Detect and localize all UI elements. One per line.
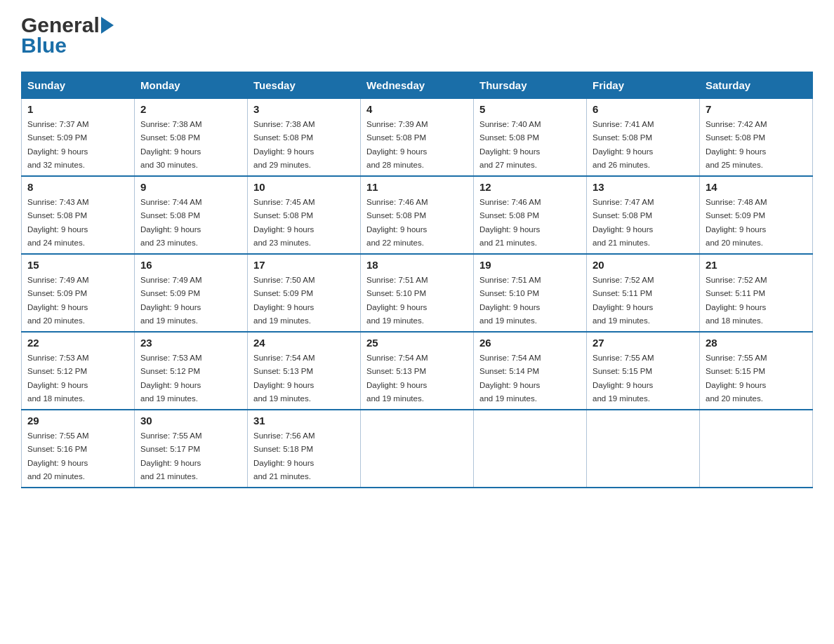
calendar-cell: 14Sunrise: 7:48 AMSunset: 5:09 PMDayligh… — [700, 176, 813, 254]
day-number: 8 — [27, 181, 128, 193]
day-info: Sunrise: 7:44 AMSunset: 5:08 PMDaylight:… — [140, 198, 202, 247]
day-number: 18 — [366, 259, 468, 271]
calendar-cell: 24Sunrise: 7:54 AMSunset: 5:13 PMDayligh… — [248, 332, 361, 410]
day-number: 2 — [140, 103, 241, 115]
header-sunday: Sunday — [22, 72, 135, 99]
day-number: 7 — [706, 103, 807, 115]
day-number: 26 — [479, 337, 581, 349]
day-number: 5 — [479, 103, 581, 115]
page-header: General Blue — [21, 14, 813, 58]
calendar-cell — [474, 410, 587, 488]
day-info: Sunrise: 7:55 AMSunset: 5:17 PMDaylight:… — [140, 431, 202, 481]
svg-marker-0 — [101, 17, 114, 34]
calendar-week-row: 1Sunrise: 7:37 AMSunset: 5:09 PMDaylight… — [22, 99, 813, 177]
day-info: Sunrise: 7:38 AMSunset: 5:08 PMDaylight:… — [140, 120, 202, 169]
calendar-cell: 12Sunrise: 7:46 AMSunset: 5:08 PMDayligh… — [474, 176, 587, 254]
calendar-cell: 16Sunrise: 7:49 AMSunset: 5:09 PMDayligh… — [135, 254, 248, 332]
day-number: 17 — [253, 259, 355, 271]
calendar-cell: 7Sunrise: 7:42 AMSunset: 5:08 PMDaylight… — [700, 99, 813, 177]
calendar-week-row: 22Sunrise: 7:53 AMSunset: 5:12 PMDayligh… — [22, 332, 813, 410]
logo-icon — [101, 14, 117, 36]
day-number: 10 — [253, 181, 355, 193]
day-info: Sunrise: 7:55 AMSunset: 5:15 PMDaylight:… — [593, 354, 654, 403]
day-info: Sunrise: 7:55 AMSunset: 5:15 PMDaylight:… — [706, 354, 767, 403]
calendar-cell — [587, 410, 700, 488]
day-info: Sunrise: 7:54 AMSunset: 5:14 PMDaylight:… — [479, 354, 541, 403]
day-number: 15 — [27, 259, 128, 271]
calendar-cell: 4Sunrise: 7:39 AMSunset: 5:08 PMDaylight… — [361, 99, 474, 177]
calendar-cell: 17Sunrise: 7:50 AMSunset: 5:09 PMDayligh… — [248, 254, 361, 332]
calendar-cell: 21Sunrise: 7:52 AMSunset: 5:11 PMDayligh… — [700, 254, 813, 332]
day-info: Sunrise: 7:52 AMSunset: 5:11 PMDaylight:… — [706, 276, 767, 325]
day-info: Sunrise: 7:43 AMSunset: 5:08 PMDaylight:… — [27, 198, 89, 247]
day-info: Sunrise: 7:49 AMSunset: 5:09 PMDaylight:… — [140, 276, 202, 325]
calendar-cell: 26Sunrise: 7:54 AMSunset: 5:14 PMDayligh… — [474, 332, 587, 410]
day-number: 28 — [706, 337, 807, 349]
logo-blue-text: Blue — [21, 34, 67, 58]
day-number: 27 — [593, 337, 694, 349]
day-info: Sunrise: 7:41 AMSunset: 5:08 PMDaylight:… — [593, 120, 654, 169]
calendar-table: SundayMondayTuesdayWednesdayThursdayFrid… — [21, 72, 813, 488]
day-info: Sunrise: 7:40 AMSunset: 5:08 PMDaylight:… — [479, 120, 541, 169]
day-info: Sunrise: 7:54 AMSunset: 5:13 PMDaylight:… — [366, 354, 428, 403]
calendar-cell: 5Sunrise: 7:40 AMSunset: 5:08 PMDaylight… — [474, 99, 587, 177]
day-number: 30 — [140, 415, 241, 427]
day-info: Sunrise: 7:46 AMSunset: 5:08 PMDaylight:… — [479, 198, 541, 247]
day-info: Sunrise: 7:47 AMSunset: 5:08 PMDaylight:… — [593, 198, 654, 247]
day-number: 14 — [706, 181, 807, 193]
day-number: 21 — [706, 259, 807, 271]
calendar-cell: 22Sunrise: 7:53 AMSunset: 5:12 PMDayligh… — [22, 332, 135, 410]
day-info: Sunrise: 7:55 AMSunset: 5:16 PMDaylight:… — [27, 431, 89, 481]
day-info: Sunrise: 7:39 AMSunset: 5:08 PMDaylight:… — [366, 120, 428, 169]
day-number: 20 — [593, 259, 694, 271]
day-info: Sunrise: 7:49 AMSunset: 5:09 PMDaylight:… — [27, 276, 89, 325]
day-number: 6 — [593, 103, 694, 115]
calendar-cell: 8Sunrise: 7:43 AMSunset: 5:08 PMDaylight… — [22, 176, 135, 254]
day-info: Sunrise: 7:42 AMSunset: 5:08 PMDaylight:… — [706, 120, 767, 169]
day-number: 1 — [27, 103, 128, 115]
day-number: 24 — [253, 337, 355, 349]
header-wednesday: Wednesday — [361, 72, 474, 99]
day-info: Sunrise: 7:52 AMSunset: 5:11 PMDaylight:… — [593, 276, 654, 325]
day-info: Sunrise: 7:46 AMSunset: 5:08 PMDaylight:… — [366, 198, 428, 247]
day-number: 23 — [140, 337, 241, 349]
calendar-cell: 15Sunrise: 7:49 AMSunset: 5:09 PMDayligh… — [22, 254, 135, 332]
calendar-header-row: SundayMondayTuesdayWednesdayThursdayFrid… — [22, 72, 813, 99]
day-number: 4 — [366, 103, 468, 115]
day-number: 16 — [140, 259, 241, 271]
day-info: Sunrise: 7:50 AMSunset: 5:09 PMDaylight:… — [253, 276, 315, 325]
calendar-cell — [361, 410, 474, 488]
day-info: Sunrise: 7:53 AMSunset: 5:12 PMDaylight:… — [27, 354, 89, 403]
day-number: 13 — [593, 181, 694, 193]
calendar-cell: 20Sunrise: 7:52 AMSunset: 5:11 PMDayligh… — [587, 254, 700, 332]
day-info: Sunrise: 7:54 AMSunset: 5:13 PMDaylight:… — [253, 354, 315, 403]
calendar-week-row: 29Sunrise: 7:55 AMSunset: 5:16 PMDayligh… — [22, 410, 813, 488]
calendar-cell: 2Sunrise: 7:38 AMSunset: 5:08 PMDaylight… — [135, 99, 248, 177]
day-info: Sunrise: 7:56 AMSunset: 5:18 PMDaylight:… — [253, 431, 315, 481]
day-number: 9 — [140, 181, 241, 193]
logo-general-text: General — [21, 15, 100, 36]
calendar-cell: 30Sunrise: 7:55 AMSunset: 5:17 PMDayligh… — [135, 410, 248, 488]
day-info: Sunrise: 7:53 AMSunset: 5:12 PMDaylight:… — [140, 354, 202, 403]
calendar-cell: 19Sunrise: 7:51 AMSunset: 5:10 PMDayligh… — [474, 254, 587, 332]
header-saturday: Saturday — [700, 72, 813, 99]
calendar-cell: 27Sunrise: 7:55 AMSunset: 5:15 PMDayligh… — [587, 332, 700, 410]
calendar-cell: 23Sunrise: 7:53 AMSunset: 5:12 PMDayligh… — [135, 332, 248, 410]
calendar-cell: 9Sunrise: 7:44 AMSunset: 5:08 PMDaylight… — [135, 176, 248, 254]
calendar-cell: 13Sunrise: 7:47 AMSunset: 5:08 PMDayligh… — [587, 176, 700, 254]
header-tuesday: Tuesday — [248, 72, 361, 99]
day-info: Sunrise: 7:48 AMSunset: 5:09 PMDaylight:… — [706, 198, 767, 247]
calendar-cell — [700, 410, 813, 488]
day-info: Sunrise: 7:37 AMSunset: 5:09 PMDaylight:… — [27, 120, 89, 169]
header-thursday: Thursday — [474, 72, 587, 99]
calendar-week-row: 15Sunrise: 7:49 AMSunset: 5:09 PMDayligh… — [22, 254, 813, 332]
calendar-cell: 28Sunrise: 7:55 AMSunset: 5:15 PMDayligh… — [700, 332, 813, 410]
calendar-cell: 11Sunrise: 7:46 AMSunset: 5:08 PMDayligh… — [361, 176, 474, 254]
day-number: 25 — [366, 337, 468, 349]
calendar-cell: 1Sunrise: 7:37 AMSunset: 5:09 PMDaylight… — [22, 99, 135, 177]
day-info: Sunrise: 7:45 AMSunset: 5:08 PMDaylight:… — [253, 198, 315, 247]
day-info: Sunrise: 7:51 AMSunset: 5:10 PMDaylight:… — [479, 276, 541, 325]
logo: General Blue — [21, 14, 117, 58]
day-number: 12 — [479, 181, 581, 193]
day-info: Sunrise: 7:51 AMSunset: 5:10 PMDaylight:… — [366, 276, 428, 325]
